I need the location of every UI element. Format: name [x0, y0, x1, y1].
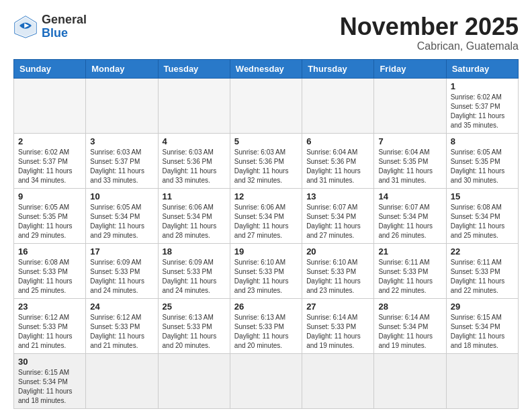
calendar-cell: 14Sunrise: 6:07 AM Sunset: 5:34 PM Dayli…: [374, 188, 446, 243]
day-number: 27: [306, 302, 369, 312]
weekday-header-wednesday: Wednesday: [230, 59, 302, 78]
day-number: 8: [451, 136, 514, 146]
day-info: Sunrise: 6:05 AM Sunset: 5:35 PM Dayligh…: [18, 203, 81, 240]
calendar-cell: 18Sunrise: 6:09 AM Sunset: 5:33 PM Dayli…: [158, 243, 230, 298]
day-info: Sunrise: 6:05 AM Sunset: 5:35 PM Dayligh…: [451, 148, 514, 185]
calendar-cell: [86, 353, 158, 408]
day-number: 13: [306, 191, 369, 201]
calendar-cell: [302, 353, 374, 408]
calendar-cell: 29Sunrise: 6:15 AM Sunset: 5:34 PM Dayli…: [446, 298, 518, 353]
calendar-cell: 22Sunrise: 6:11 AM Sunset: 5:33 PM Dayli…: [446, 243, 518, 298]
day-info: Sunrise: 6:08 AM Sunset: 5:33 PM Dayligh…: [18, 258, 81, 295]
calendar-cell: 23Sunrise: 6:12 AM Sunset: 5:33 PM Dayli…: [14, 298, 86, 353]
calendar-cell: 2Sunrise: 6:02 AM Sunset: 5:37 PM Daylig…: [14, 133, 86, 188]
day-info: Sunrise: 6:03 AM Sunset: 5:37 PM Dayligh…: [90, 148, 153, 185]
weekday-header-friday: Friday: [374, 59, 446, 78]
calendar-cell: 26Sunrise: 6:13 AM Sunset: 5:33 PM Dayli…: [230, 298, 302, 353]
day-info: Sunrise: 6:06 AM Sunset: 5:34 PM Dayligh…: [163, 203, 226, 240]
calendar-week-row: 30Sunrise: 6:15 AM Sunset: 5:34 PM Dayli…: [14, 353, 519, 408]
day-number: 30: [18, 357, 81, 367]
calendar-cell: 17Sunrise: 6:09 AM Sunset: 5:33 PM Dayli…: [86, 243, 158, 298]
weekday-header-sunday: Sunday: [14, 59, 86, 78]
title-block: November 2025 Cabrican, Guatemala: [340, 13, 519, 52]
calendar-cell: 3Sunrise: 6:03 AM Sunset: 5:37 PM Daylig…: [86, 133, 158, 188]
calendar-week-row: 23Sunrise: 6:12 AM Sunset: 5:33 PM Dayli…: [14, 298, 519, 353]
day-info: Sunrise: 6:08 AM Sunset: 5:34 PM Dayligh…: [451, 203, 514, 240]
day-info: Sunrise: 6:14 AM Sunset: 5:34 PM Dayligh…: [378, 313, 441, 351]
day-number: 25: [163, 302, 226, 312]
calendar-cell: 13Sunrise: 6:07 AM Sunset: 5:34 PM Dayli…: [302, 188, 374, 243]
calendar-cell: [14, 78, 86, 133]
day-number: 2: [18, 136, 81, 146]
month-title: November 2025: [340, 13, 519, 40]
day-info: Sunrise: 6:15 AM Sunset: 5:34 PM Dayligh…: [451, 313, 514, 351]
calendar-week-row: 2Sunrise: 6:02 AM Sunset: 5:37 PM Daylig…: [14, 133, 519, 188]
calendar-cell: [86, 78, 158, 133]
day-info: Sunrise: 6:05 AM Sunset: 5:34 PM Dayligh…: [90, 203, 153, 240]
day-info: Sunrise: 6:06 AM Sunset: 5:34 PM Dayligh…: [234, 203, 298, 240]
calendar-cell: 20Sunrise: 6:10 AM Sunset: 5:33 PM Dayli…: [302, 243, 374, 298]
calendar-cell: [230, 353, 302, 408]
calendar-cell: 10Sunrise: 6:05 AM Sunset: 5:34 PM Dayli…: [86, 188, 158, 243]
day-info: Sunrise: 6:09 AM Sunset: 5:33 PM Dayligh…: [90, 258, 153, 295]
calendar-cell: [158, 353, 230, 408]
day-number: 22: [451, 246, 514, 257]
day-info: Sunrise: 6:10 AM Sunset: 5:33 PM Dayligh…: [234, 258, 298, 295]
logo: General Blue: [13, 13, 87, 40]
calendar-table: SundayMondayTuesdayWednesdayThursdayFrid…: [13, 59, 519, 409]
calendar-cell: 11Sunrise: 6:06 AM Sunset: 5:34 PM Dayli…: [158, 188, 230, 243]
calendar-cell: [374, 78, 446, 133]
calendar-week-row: 1Sunrise: 6:02 AM Sunset: 5:37 PM Daylig…: [14, 78, 519, 133]
day-number: 21: [378, 246, 441, 257]
day-info: Sunrise: 6:09 AM Sunset: 5:33 PM Dayligh…: [163, 258, 226, 295]
calendar-cell: 25Sunrise: 6:13 AM Sunset: 5:33 PM Dayli…: [158, 298, 230, 353]
logo-general-text: General: [42, 13, 87, 26]
day-number: 15: [451, 191, 514, 201]
day-number: 1: [451, 81, 514, 91]
day-number: 5: [234, 136, 298, 146]
calendar-cell: 12Sunrise: 6:06 AM Sunset: 5:34 PM Dayli…: [230, 188, 302, 243]
day-number: 19: [234, 246, 298, 257]
calendar-cell: 7Sunrise: 6:04 AM Sunset: 5:35 PM Daylig…: [374, 133, 446, 188]
logo-text: General Blue: [42, 13, 87, 40]
day-number: 26: [234, 302, 298, 312]
day-number: 17: [90, 246, 153, 257]
day-info: Sunrise: 6:04 AM Sunset: 5:36 PM Dayligh…: [306, 148, 369, 185]
calendar-cell: 4Sunrise: 6:03 AM Sunset: 5:36 PM Daylig…: [158, 133, 230, 188]
logo-blue-text: Blue: [42, 26, 68, 40]
day-info: Sunrise: 6:11 AM Sunset: 5:33 PM Dayligh…: [378, 258, 441, 295]
calendar-cell: 24Sunrise: 6:12 AM Sunset: 5:33 PM Dayli…: [86, 298, 158, 353]
day-info: Sunrise: 6:02 AM Sunset: 5:37 PM Dayligh…: [451, 93, 514, 130]
day-info: Sunrise: 6:14 AM Sunset: 5:33 PM Dayligh…: [306, 313, 369, 351]
day-number: 24: [90, 302, 153, 312]
day-number: 16: [18, 246, 81, 257]
day-number: 9: [18, 191, 81, 201]
day-info: Sunrise: 6:13 AM Sunset: 5:33 PM Dayligh…: [163, 313, 226, 351]
day-number: 3: [90, 136, 153, 146]
day-number: 18: [163, 246, 226, 257]
logo-icon: [13, 15, 38, 39]
day-number: 10: [90, 191, 153, 201]
weekday-header-saturday: Saturday: [446, 59, 518, 78]
day-info: Sunrise: 6:15 AM Sunset: 5:34 PM Dayligh…: [18, 368, 81, 406]
day-info: Sunrise: 6:10 AM Sunset: 5:33 PM Dayligh…: [306, 258, 369, 295]
calendar-cell: [446, 353, 518, 408]
location: Cabrican, Guatemala: [340, 40, 519, 52]
day-info: Sunrise: 6:07 AM Sunset: 5:34 PM Dayligh…: [378, 203, 441, 240]
calendar-cell: 15Sunrise: 6:08 AM Sunset: 5:34 PM Dayli…: [446, 188, 518, 243]
weekday-header-thursday: Thursday: [302, 59, 374, 78]
weekday-header-tuesday: Tuesday: [158, 59, 230, 78]
calendar-cell: 19Sunrise: 6:10 AM Sunset: 5:33 PM Dayli…: [230, 243, 302, 298]
page-header: General Blue November 2025 Cabrican, Gua…: [13, 13, 519, 52]
day-info: Sunrise: 6:04 AM Sunset: 5:35 PM Dayligh…: [378, 148, 441, 185]
calendar-cell: [302, 78, 374, 133]
day-info: Sunrise: 6:03 AM Sunset: 5:36 PM Dayligh…: [163, 148, 226, 185]
day-number: 20: [306, 246, 369, 257]
calendar-cell: 5Sunrise: 6:03 AM Sunset: 5:36 PM Daylig…: [230, 133, 302, 188]
calendar-cell: [158, 78, 230, 133]
day-info: Sunrise: 6:11 AM Sunset: 5:33 PM Dayligh…: [451, 258, 514, 295]
day-number: 23: [18, 302, 81, 312]
day-number: 4: [163, 136, 226, 146]
calendar-cell: 8Sunrise: 6:05 AM Sunset: 5:35 PM Daylig…: [446, 133, 518, 188]
day-number: 6: [306, 136, 369, 146]
